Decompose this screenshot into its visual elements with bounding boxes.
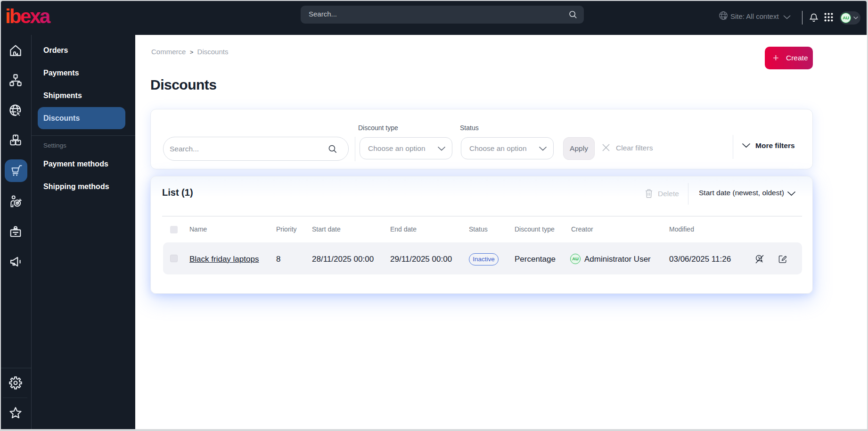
svg-text:ibexa: ibexa: [5, 6, 51, 26]
